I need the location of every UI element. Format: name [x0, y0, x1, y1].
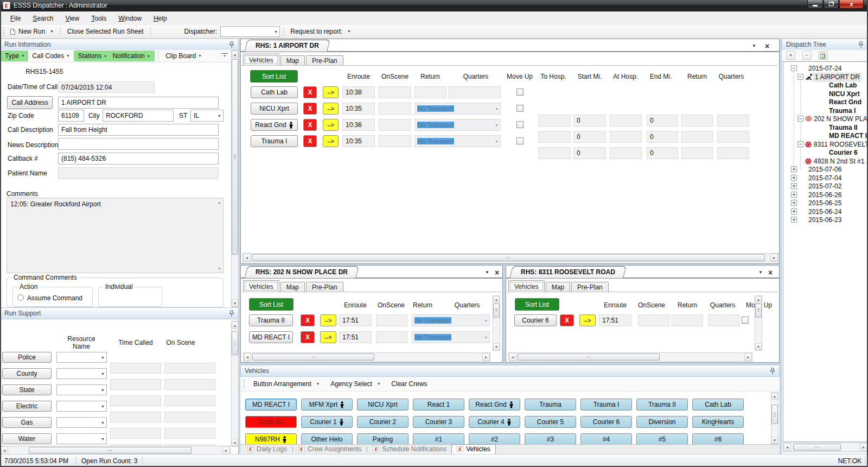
- comments-textarea[interactable]: 12:05: Greater Rockford Airport ▲ ▼: [7, 198, 224, 273]
- expand-icon[interactable]: [791, 209, 797, 214]
- remove-vehicle-button[interactable]: X: [301, 314, 315, 326]
- vehicle-button[interactable]: Courier 2: [357, 416, 409, 428]
- window-hscrollbar[interactable]: [508, 352, 752, 362]
- vehicle-button[interactable]: #5: [636, 433, 688, 444]
- enroute-field[interactable]: 17:51: [599, 314, 631, 326]
- sort-list-button[interactable]: Sort List: [250, 70, 298, 83]
- remove-vehicle-button[interactable]: X: [303, 119, 317, 131]
- scrollbar-thumb[interactable]: [518, 354, 660, 361]
- tree-item-date[interactable]: 2015-07-02: [808, 182, 841, 190]
- vehicle-button-n987rh[interactable]: N987RH: [245, 433, 297, 444]
- move-up-checkbox[interactable]: [516, 137, 524, 144]
- vehicle-button[interactable]: KingHearts: [692, 416, 744, 428]
- vehicle-button[interactable]: Trauma II: [249, 314, 293, 326]
- resource-state-button[interactable]: State: [2, 384, 52, 395]
- call-address-button[interactable]: Call Address: [7, 96, 53, 109]
- start-mi-field[interactable]: 0: [573, 147, 606, 159]
- dispatch-arrow-button[interactable]: -->: [323, 103, 339, 115]
- return-mode-combo[interactable]: No Transport: [414, 119, 501, 131]
- new-run-button[interactable]: New Run: [7, 26, 57, 37]
- to-hosp-field[interactable]: [538, 147, 571, 159]
- clear-crews-button[interactable]: Clear Crews: [388, 378, 430, 389]
- zip-field[interactable]: 61109: [58, 110, 84, 122]
- tab-map[interactable]: Map: [280, 282, 305, 292]
- tree-item-vehicle[interactable]: NICU Xprt: [829, 90, 860, 98]
- stations-menu-button[interactable]: Stations: [78, 52, 107, 60]
- type-menu-button[interactable]: Type: [1, 51, 28, 61]
- vehicle-button[interactable]: Courier 1: [301, 416, 353, 428]
- scroll-down-icon[interactable]: [771, 437, 778, 444]
- button-arrangement-menu[interactable]: Button Arrangement: [250, 378, 323, 389]
- pin-icon[interactable]: [229, 41, 234, 48]
- window-collapse-icon[interactable]: [756, 268, 765, 276]
- enroute-field[interactable]: 17:51: [339, 331, 372, 343]
- window-close-icon[interactable]: [766, 268, 775, 276]
- scroll-left-icon[interactable]: [783, 443, 791, 451]
- collapse-icon[interactable]: [791, 65, 797, 71]
- dispatch-arrow-button[interactable]: -->: [320, 314, 336, 326]
- vehicle-button[interactable]: MFM Xprt: [301, 399, 353, 411]
- vehicle-button[interactable]: #1: [413, 433, 464, 444]
- vehicle-button[interactable]: Diversion: [636, 416, 688, 428]
- scrollbar-thumb[interactable]: [793, 444, 841, 451]
- scroll-right-icon[interactable]: [860, 443, 867, 451]
- city-field[interactable]: ROCKFORD: [103, 110, 174, 122]
- patient-name-field[interactable]: [58, 167, 219, 179]
- scroll-down-icon[interactable]: [755, 343, 762, 350]
- vehicle-button[interactable]: Trauma II: [636, 399, 688, 411]
- tree-item-vehicle[interactable]: Trauma I: [829, 107, 856, 115]
- dispatch-arrow-button[interactable]: -->: [323, 119, 339, 131]
- quarters-field[interactable]: [708, 314, 739, 326]
- tree-item-date[interactable]: 2015-07-04: [808, 174, 841, 182]
- scroll-up-icon[interactable]: [232, 321, 238, 329]
- scroll-left-icon[interactable]: [244, 353, 251, 361]
- expand-icon[interactable]: [791, 166, 797, 172]
- callback-field[interactable]: (815) 484-5326: [58, 153, 219, 165]
- call-description-field[interactable]: Fall from Height: [58, 124, 219, 136]
- scroll-left-icon[interactable]: [243, 254, 251, 262]
- request-to-report-button[interactable]: Request to report:: [287, 26, 354, 37]
- tab-pre-plan[interactable]: Pre-Plan: [306, 282, 343, 292]
- assume-command-radio[interactable]: [17, 294, 24, 301]
- scrollbar-thumb[interactable]: [252, 254, 765, 261]
- at-hosp-field[interactable]: [610, 147, 642, 159]
- onscene-field[interactable]: [638, 314, 669, 326]
- tree-item-date[interactable]: 2015-07-06: [808, 166, 841, 173]
- menu-help[interactable]: Help: [148, 12, 173, 24]
- scroll-up-icon[interactable]: [771, 393, 778, 400]
- vehicle-button[interactable]: Trauma I: [251, 135, 298, 147]
- window-close-icon[interactable]: [763, 42, 771, 50]
- menu-tools[interactable]: Tools: [85, 12, 112, 24]
- expand-icon[interactable]: [791, 200, 797, 206]
- agency-select-menu[interactable]: Agency Select: [327, 378, 384, 389]
- move-up-checkbox[interactable]: [516, 105, 524, 112]
- window-title-tab[interactable]: RHS: 8311 ROOSEVELT ROAD: [511, 266, 625, 278]
- vehicle-button[interactable]: React Gnd: [469, 399, 520, 411]
- remove-vehicle-button[interactable]: X: [560, 314, 574, 326]
- notification-menu-button[interactable]: Notification: [112, 52, 150, 60]
- pin-icon[interactable]: [770, 368, 775, 375]
- clip-board-menu-button[interactable]: Clip Board: [162, 51, 205, 61]
- onscene-field[interactable]: [376, 331, 407, 343]
- onscene-field[interactable]: [379, 119, 411, 131]
- tree-item-date[interactable]: 2015-06-26: [808, 191, 841, 199]
- window-title-tab[interactable]: RHS: 202 N SHOW PLACE DR: [246, 266, 358, 278]
- datetime-field[interactable]: 07/24/2015 12:04: [58, 81, 155, 93]
- quarters-field[interactable]: [717, 147, 749, 159]
- move-up-checkbox[interactable]: [516, 121, 524, 128]
- scrollbar-thumb[interactable]: [232, 59, 238, 255]
- vehicle-button[interactable]: React Gnd: [251, 119, 298, 131]
- remove-vehicle-button[interactable]: X: [301, 331, 315, 343]
- scrollbar-thumb[interactable]: [252, 354, 374, 361]
- vehicle-button[interactable]: #4: [580, 433, 632, 444]
- scroll-down-icon[interactable]: ▼: [218, 267, 221, 270]
- expand-all-button[interactable]: +: [786, 51, 795, 60]
- move-up-checkbox[interactable]: [742, 317, 749, 324]
- remove-vehicle-button[interactable]: X: [303, 135, 317, 147]
- close-run-sheet-button[interactable]: Close Selected Run Sheet: [64, 26, 147, 37]
- window-vscrollbar[interactable]: [493, 295, 500, 351]
- onscene-field[interactable]: [379, 86, 411, 98]
- return-mode-combo[interactable]: No Transport: [414, 135, 501, 147]
- scrollbar-thumb[interactable]: [232, 331, 238, 355]
- tree-item-incident[interactable]: 1 AIRPORT DR: [814, 73, 861, 81]
